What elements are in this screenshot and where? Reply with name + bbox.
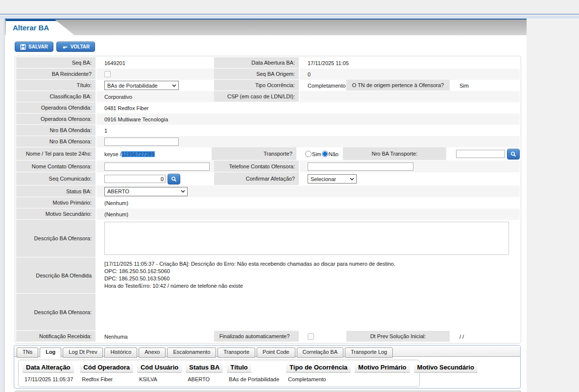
log-col-header[interactable]: Motivo Primário	[353, 361, 411, 373]
log-col-header[interactable]: Data Alteração	[21, 361, 78, 373]
chevron-down-icon	[350, 178, 354, 181]
motivo-primario-value: (Nenhum)	[96, 197, 518, 208]
log-col-header[interactable]: Cód Usuário	[135, 361, 184, 373]
dt-prev-value: / /	[451, 331, 520, 342]
nro-ba-transporte-label: Nro BA Transporte:	[343, 147, 447, 161]
log-col-header[interactable]: Motivo Secundário	[412, 361, 480, 373]
classificacao-value: Corporativo	[96, 91, 214, 102]
chevron-down-icon	[181, 190, 185, 193]
op-ofensora-label: Operadora Ofensora:	[16, 114, 96, 125]
log-col-header[interactable]: Cód Operadora	[78, 361, 135, 373]
motivo-secundario-value: (Nenhum)	[96, 208, 518, 220]
transporte-label: Transporte?	[212, 147, 297, 161]
ba-form: Seq BA: 1649201 Data Abertura BA: 17/11/…	[15, 56, 521, 344]
tab-histórico[interactable]: Histórico	[104, 347, 137, 358]
seq-ba-origem-label: Seq BA Origem:	[214, 69, 300, 80]
seq-ba-origem-value: 0	[300, 69, 346, 80]
desc-ofensora-label: Descrição BA Ofensora:	[16, 220, 96, 257]
log-col-header[interactable]: Título	[225, 361, 284, 373]
save-icon	[20, 44, 26, 50]
finalizado-label: Finalizado automaticamente?	[214, 331, 300, 342]
magnifier-icon	[171, 176, 177, 182]
tipo-ocorrencia-label: Tipo Ocorrência:	[214, 80, 300, 91]
tab-anexo[interactable]: Anexo	[139, 347, 166, 358]
seq-ba-value: 1649201	[96, 57, 214, 69]
csp-value	[300, 91, 346, 102]
tel-contato-label: Telefone Contato Ofensora:	[214, 161, 300, 172]
nro-ba-ofensora-label: Nro BA Ofensora:	[16, 136, 96, 147]
desc-ofendida-label: Descrição BA Ofendida	[16, 257, 96, 294]
tab-transporte-log[interactable]: Transporte Log	[345, 347, 393, 358]
notificacao-label: Notificação Recebida:	[16, 331, 96, 342]
log-table-body: 17/11/2025 11:05:37Redfox FiberKSILVAABE…	[21, 373, 480, 383]
save-label: SALVAR	[28, 44, 48, 49]
nro-ba-ofendida-value: 1	[96, 125, 518, 136]
browser-top-band	[0, 0, 579, 15]
seq-ba-label: Seq BA:	[16, 57, 96, 69]
notificacao-value: Nenhuma	[96, 331, 214, 342]
transporte-sim-radio[interactable]	[305, 151, 312, 157]
seq-comunicado-label: Seq Comunicado:	[16, 172, 96, 185]
page-title: Alterar BA	[13, 23, 49, 32]
save-button[interactable]: SALVAR	[15, 42, 53, 52]
tipo-ocorrencia-value: Completamento	[300, 80, 346, 91]
motivo-secundario-label: Motivo Secundário:	[16, 208, 96, 220]
nro-ba-transporte-input[interactable]	[456, 150, 505, 158]
ba-reincidente-checkbox[interactable]	[104, 71, 111, 77]
title-band: Alterar BA	[5, 19, 527, 35]
tab-point-code[interactable]: Point Code	[257, 347, 295, 358]
nome-contato-input[interactable]	[104, 162, 210, 171]
tab-log-dt-prev[interactable]: Log Dt Prev	[63, 347, 103, 358]
status-ba-select[interactable]: ABERTO	[104, 187, 188, 196]
transporte-nao-radio[interactable]	[322, 151, 328, 157]
dt-prev-label: Dt Prev Solução Inicial:	[346, 331, 451, 342]
seq-comunicado-input[interactable]	[104, 175, 166, 183]
desc-ofensora-textarea[interactable]	[104, 222, 509, 255]
csp-label: CSP (em caso de LDN/LDI):	[214, 91, 300, 102]
motivo-primario-label: Motivo Primário:	[16, 197, 96, 208]
tab-tns[interactable]: TNs	[17, 347, 38, 358]
data-abertura-value: 17/11/2025 11:05	[300, 57, 506, 69]
nro-ba-ofensora-input[interactable]	[104, 138, 179, 146]
titulo-label: Título:	[16, 80, 96, 91]
page: Alterar BA SALVAR VOLTAR Seq BA: 1649201…	[5, 19, 527, 392]
tab-transporte[interactable]: Transporte	[217, 347, 255, 358]
back-arrow-icon	[62, 44, 68, 49]
ba-reincidente-label: BA Reincidente?	[16, 69, 96, 80]
confirmar-afetacao-select[interactable]: Selecionar	[308, 174, 357, 184]
magnifier-icon	[510, 151, 516, 157]
chevron-down-icon	[172, 84, 176, 87]
page-title-tab: Alterar BA	[6, 20, 74, 35]
log-col-header[interactable]: Status BA	[184, 361, 225, 373]
toolbar: SALVAR VOLTAR	[5, 35, 527, 56]
log-col-header[interactable]: Tipo de Ocorrência	[284, 361, 353, 373]
log-table-box: Data AlteraçãoCód OperadoraCód UsuárioSt…	[18, 360, 420, 387]
nome-tel-label: Nome / Tel para teste 24hs:	[16, 147, 96, 161]
desc-ofendida-text: [17/11/2025 11:05:37 - Criação BA]: Desc…	[104, 257, 395, 293]
classificacao-label: Classificação BA:	[16, 91, 96, 102]
tel-selected-text: 11956727289	[121, 151, 155, 157]
back-button[interactable]: VOLTAR	[56, 42, 96, 52]
tab-correlação-ba[interactable]: Correlação BA	[297, 347, 344, 358]
op-ofendida-value: 0481 Redfox Fiber	[96, 102, 518, 114]
tn-origem-label: O TN de origem pertence à Ofensora?	[346, 80, 451, 91]
left-gutter	[0, 19, 4, 392]
nome-tel-value: keyse / 11956727289	[96, 147, 212, 161]
tn-origem-value: Sim	[451, 80, 520, 91]
nome-contato-label: Nome Contato Ofensora:	[16, 161, 96, 172]
titulo-select[interactable]: BAs de Portabilidade	[104, 81, 179, 90]
seq-comunicado-search-button[interactable]	[168, 174, 180, 184]
finalizado-checkbox[interactable]	[308, 333, 314, 340]
tabs-section: TNsLogLog Dt PrevHistóricoAnexoEscalonam…	[14, 345, 521, 389]
transporte-search-button[interactable]	[507, 149, 520, 160]
op-ofendida-label: Operadora Ofendida:	[16, 102, 96, 114]
nro-ba-ofendida-label: Nro BA Ofendida:	[16, 125, 96, 136]
tab-escalonamento[interactable]: Escalonamento	[167, 347, 216, 358]
confirmar-afetacao-label: Confirmar Afetação?	[214, 172, 300, 185]
desc-ofensora2-label: Descrição BA Ofensora:	[16, 294, 96, 331]
tab-log[interactable]: Log	[40, 347, 61, 358]
log-table-row: 17/11/2025 11:05:37Redfox FiberKSILVAABE…	[21, 373, 480, 383]
back-label: VOLTAR	[71, 44, 90, 49]
tel-contato-input[interactable]	[308, 162, 413, 171]
data-abertura-label: Data Abertura BA:	[214, 57, 300, 69]
